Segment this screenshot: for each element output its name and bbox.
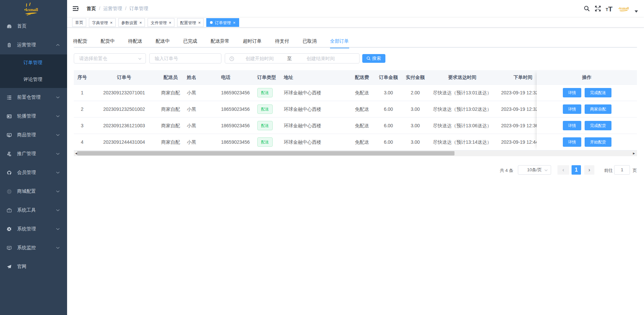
svg-text:kxmall: kxmall <box>26 7 38 12</box>
svg-text:kxmall: kxmall <box>620 7 629 10</box>
